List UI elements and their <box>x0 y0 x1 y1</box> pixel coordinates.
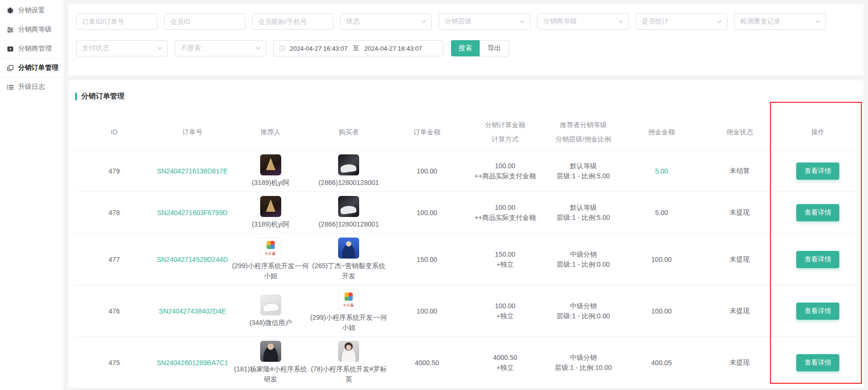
sidebar-item-sliders[interactable]: 分销商等级 <box>0 20 64 39</box>
cell-id: 476 <box>75 307 154 315</box>
referrer-grade: 中级分销 <box>544 353 623 363</box>
cell-id: 477 <box>75 256 154 263</box>
column-header: ID <box>75 125 154 139</box>
sidebar: 分销设置 分销商等级 分销商管理 分销订单管理 升级日志 <box>0 0 64 390</box>
filter-input[interactable] <box>76 13 157 30</box>
view-detail-button[interactable]: 查看详情 <box>796 354 839 371</box>
view-detail-button[interactable]: 查看详情 <box>796 251 839 268</box>
filter-select[interactable]: 检测重复记录 <box>734 13 826 30</box>
order-number-link[interactable]: SN24042601289BA7C1 <box>157 359 228 367</box>
clock-icon <box>279 45 286 52</box>
cell-order-amount: 100.00 <box>388 167 466 175</box>
sidebar-item-label: 分销订单管理 <box>18 64 58 72</box>
column-header: 购买者 <box>310 125 388 139</box>
cell-buyer: (265)丁杰~营销裂变系统开发 <box>310 238 388 281</box>
filter-select[interactable]: 支付状态 <box>76 40 168 56</box>
order-amount: 100.00 <box>417 209 437 217</box>
referrer-avatar <box>260 196 281 217</box>
column-header: 佣金金额 <box>623 125 701 139</box>
cell-status: 未结算 <box>701 167 779 175</box>
buyer-avatar <box>338 289 359 310</box>
cell-id: 475 <box>75 359 154 367</box>
grade-detail: 层级:1 - 比例:5.00 <box>544 213 623 223</box>
grade-detail: 层级:1 - 比例:5.00 <box>544 171 623 181</box>
cell-action: 查看详情 <box>779 204 857 221</box>
view-detail-button[interactable]: 查看详情 <box>796 303 839 320</box>
view-detail-button[interactable]: 查看详情 <box>796 204 839 221</box>
view-detail-button[interactable]: 查看详情 <box>796 162 839 180</box>
filter-select-label: 支付状态 <box>82 44 109 53</box>
cell-order-no: SN2404271603F6799D <box>154 209 232 217</box>
buyer-name: (299)小程序系统开发~~何小姐 <box>310 313 388 333</box>
sidebar-menu: 分销设置 分销商等级 分销商管理 分销订单管理 升级日志 <box>0 1 64 97</box>
cell-order-amount: 4000.50 <box>388 359 466 367</box>
order-number-link[interactable]: SN2404271603F6799D <box>157 209 228 217</box>
order-number-link[interactable]: SN240427438402D4E <box>159 307 226 315</box>
filter-card: 状态 分销层级 分销商等级 是否统计 检测重复记录 支付状态 不搜索 <box>68 4 864 76</box>
export-button[interactable]: 导出 <box>480 40 509 56</box>
cell-calc: 100.00 ++商品实际支付金额 <box>466 203 545 223</box>
buyer-avatar <box>338 196 359 217</box>
filter-select[interactable]: 是否统计 <box>636 13 727 30</box>
cell-grade: 中级分销 层级:1 - 比例:0.00 <box>544 301 623 321</box>
sidebar-item-gear[interactable]: 分销设置 <box>0 1 64 20</box>
sidebar-item-log[interactable]: 升级日志 <box>0 77 64 97</box>
buyer-avatar <box>338 154 359 175</box>
filter-input[interactable] <box>252 13 333 30</box>
column-header: 订单金额 <box>388 125 466 139</box>
date-range-picker[interactable]: 2024-04-27 16:43:07 至 2024-04-27 16:43:0… <box>273 40 443 56</box>
buyer-avatar <box>338 238 359 259</box>
search-button[interactable]: 搜索 <box>451 40 480 56</box>
commission-status: 未提现 <box>730 255 750 263</box>
cell-grade: 默认等级 层级:1 - 比例:5.00 <box>544 203 623 223</box>
buyer-name: (2866)12800128001 <box>319 219 379 229</box>
table-body: 479 SN24042716138D817E (3189)机yi阿 (2866)… <box>75 151 857 389</box>
chevron-down-icon <box>519 19 525 24</box>
cell-order-amount: 150.00 <box>388 256 466 263</box>
table-row: 479 SN24042716138D817E (3189)机yi阿 (2866)… <box>75 151 857 192</box>
filter-input[interactable] <box>164 13 245 30</box>
commission-amount: 100.00 <box>651 256 672 263</box>
date-end[interactable]: 2024-04-27 16:43:07 <box>364 45 422 52</box>
cell-action: 查看详情 <box>779 354 857 371</box>
chevron-down-icon <box>255 45 261 51</box>
filter-select[interactable]: 状态 <box>340 13 432 30</box>
order-id: 479 <box>109 167 120 175</box>
cell-calc: 100.00 ++商品实际支付金额 <box>466 161 545 181</box>
sidebar-item-manage[interactable]: 分销商管理 <box>0 39 64 58</box>
filter-buttons: 搜索 导出 <box>451 40 509 56</box>
referrer-name: (181)杨家隆#小程序系统研发 <box>231 364 310 384</box>
sidebar-item-orders[interactable]: 分销订单管理 <box>0 58 64 77</box>
filter-select[interactable]: 分销层级 <box>439 13 530 30</box>
cell-calc: 100.00 +独立 <box>466 301 545 321</box>
order-id: 476 <box>109 307 120 315</box>
buyer-name: (2866)12800128001 <box>319 178 379 188</box>
cell-commission: 100.00 <box>623 256 701 263</box>
grade-detail: 层级:1 - 比例:10.00 <box>544 363 623 373</box>
filter-select-label: 不搜索 <box>181 44 201 53</box>
date-start[interactable]: 2024-04-27 16:43:07 <box>290 45 348 52</box>
order-number-link[interactable]: SN24042714529D244D <box>157 256 228 263</box>
column-header: 推荐者分销等级分销层级/佣金比例 <box>544 118 623 146</box>
cell-order-no: SN24042716138D817E <box>154 167 232 175</box>
order-id: 477 <box>109 256 120 263</box>
calc-method: +独立 <box>466 311 545 321</box>
filter-select[interactable]: 分销商等级 <box>537 13 629 30</box>
commission-amount: 400.05 <box>651 359 672 367</box>
cell-commission: 100.00 <box>623 307 701 315</box>
filter-row-2: 支付状态 不搜索 2024-04-27 16:43:07 至 2024-04-2… <box>76 40 856 56</box>
order-number-link[interactable]: SN24042716138D817E <box>157 167 228 175</box>
sidebar-item-label: 分销商等级 <box>18 25 52 34</box>
referrer-avatar <box>260 341 281 362</box>
cell-id: 479 <box>75 167 154 175</box>
calc-method: ++商品实际支付金额 <box>466 171 545 181</box>
cell-status: 未提现 <box>701 307 779 315</box>
cell-order-no: SN240427438402D4E <box>154 307 232 315</box>
cell-referrer: (299)小程序系统开发~~何小姐 <box>231 238 310 281</box>
cell-commission: 5.00 <box>623 167 701 175</box>
cell-grade: 中级分销 层级:1 - 比例:10.00 <box>544 353 623 373</box>
grade-detail: 层级:1 - 比例:0.00 <box>544 260 623 270</box>
chevron-down-icon <box>815 19 821 24</box>
commission-amount: 100.00 <box>651 307 672 315</box>
filter-select[interactable]: 不搜索 <box>175 40 266 56</box>
